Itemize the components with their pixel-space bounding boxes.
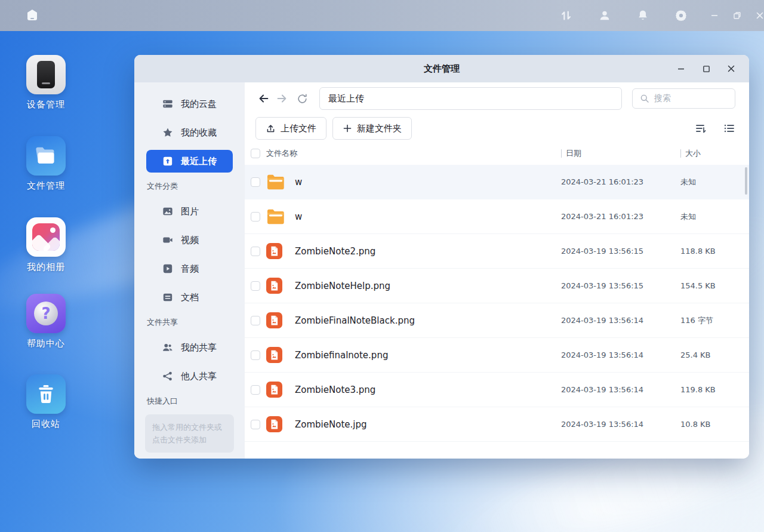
- sidebar-item-my-favorites[interactable]: 我的收藏: [134, 118, 245, 147]
- new-folder-button[interactable]: 新建文件夹: [332, 117, 412, 140]
- column-header-size[interactable]: 大小: [663, 148, 731, 159]
- window-close-icon[interactable]: [726, 64, 736, 73]
- file-date: 2024-03-21 16:01:23: [561, 212, 663, 221]
- back-icon[interactable]: [255, 90, 273, 107]
- desktop-app-recycle-bin[interactable]: 回收站: [23, 374, 69, 430]
- plus-icon: [343, 124, 352, 133]
- sidebar-item-label: 我的收藏: [181, 127, 217, 139]
- vertical-scrollbar[interactable]: [745, 167, 747, 195]
- row-checkbox[interactable]: [251, 177, 260, 187]
- help-center-icon: ?: [26, 294, 66, 333]
- file-list: w 2024-03-21 16:01:23 未知 w 2024-03-21 16…: [245, 165, 749, 459]
- column-header-date[interactable]: 日期: [561, 148, 663, 159]
- sidebar-item-pictures[interactable]: 图片: [134, 197, 245, 226]
- file-size: 154.5 KB: [663, 281, 731, 290]
- new-folder-label: 新建文件夹: [357, 123, 402, 134]
- row-checkbox[interactable]: [251, 281, 260, 291]
- file-size: 未知: [663, 177, 731, 187]
- settings-gear-icon[interactable]: [674, 9, 688, 22]
- search-placeholder: 搜索: [654, 93, 671, 104]
- file-date: 2024-03-19 13:56:15: [561, 281, 663, 290]
- system-restore-icon[interactable]: [733, 11, 741, 20]
- image-file-icon: [266, 312, 282, 328]
- file-name: ZombieNote.jpg: [292, 419, 561, 430]
- sidebar-item-audio[interactable]: 音频: [134, 254, 245, 283]
- file-name: w: [292, 177, 561, 187]
- sidebar-item-label: 图片: [181, 206, 199, 217]
- user-account-icon[interactable]: [598, 9, 611, 22]
- table-row[interactable]: ZombieFinalNoteBlack.png 2024-03-19 13:5…: [245, 303, 749, 338]
- desktop-app-device-management[interactable]: 设备管理: [23, 55, 69, 110]
- system-logo-icon[interactable]: [26, 9, 38, 22]
- table-row[interactable]: ZombieNote2.png 2024-03-19 13:56:15 118.…: [245, 234, 749, 269]
- row-checkbox[interactable]: [251, 350, 260, 360]
- window-titlebar[interactable]: 文件管理: [134, 55, 749, 82]
- window-minimize-icon[interactable]: [676, 64, 686, 73]
- row-checkbox[interactable]: [251, 247, 260, 256]
- sidebar-item-label: 我的共享: [181, 342, 217, 353]
- table-row[interactable]: ZombieNoteHelp.png 2024-03-19 13:56:15 1…: [245, 269, 749, 303]
- address-path-input[interactable]: 最近上传: [319, 87, 622, 110]
- list-view-icon[interactable]: [723, 122, 735, 134]
- cloud-drive-icon: [162, 99, 173, 109]
- row-checkbox[interactable]: [251, 212, 260, 222]
- quick-entry-dropzone[interactable]: 拖入常用的文件夹或 点击文件夹添加: [145, 414, 234, 453]
- sidebar-item-label: 他人共享: [181, 371, 217, 382]
- sidebar-item-documents[interactable]: 文档: [134, 283, 245, 312]
- refresh-icon[interactable]: [293, 90, 311, 107]
- image-file-icon: [266, 416, 282, 432]
- sidebar-item-label: 最近上传: [181, 156, 217, 167]
- sidebar-section-quick-entry: 快捷入口: [134, 390, 245, 412]
- desktop-app-label: 设备管理: [23, 99, 69, 110]
- desktop-app-help-center[interactable]: ? 帮助中心: [23, 294, 69, 349]
- file-name: w: [292, 211, 561, 222]
- table-header: 文件名称 日期 大小: [245, 142, 749, 165]
- file-name: ZombieNote2.png: [292, 246, 561, 257]
- table-row[interactable]: ZombieNote.jpg 2024-03-19 13:56:14 10.8 …: [245, 407, 749, 442]
- column-divider: [680, 149, 681, 158]
- desktop-app-label: 文件管理: [23, 180, 69, 192]
- table-row[interactable]: ZombieNote3.png 2024-03-19 13:56:14 119.…: [245, 373, 749, 407]
- sidebar: 我的云盘 我的收藏 最近上传 文件分类 图片: [134, 82, 245, 459]
- search-icon: [640, 94, 649, 103]
- sidebar-item-shared-by-others[interactable]: 他人共享: [134, 362, 245, 390]
- desktop-app-my-album[interactable]: 我的相册: [23, 217, 69, 273]
- window-title: 文件管理: [134, 63, 749, 75]
- file-date: 2024-03-21 16:01:23: [561, 177, 663, 186]
- transfer-tasks-icon[interactable]: [560, 9, 573, 22]
- navigation-row: 最近上传 搜索: [245, 82, 749, 115]
- image-file-icon: [266, 243, 282, 259]
- file-list-panel: 最近上传 搜索 上传文件 新建文件夹: [245, 82, 749, 459]
- system-minimize-icon[interactable]: [710, 11, 719, 20]
- file-size: 25.4 KB: [663, 350, 731, 359]
- sidebar-item-videos[interactable]: 视频: [134, 226, 245, 254]
- table-row[interactable]: w 2024-03-21 16:01:23 未知: [245, 199, 749, 234]
- select-all-checkbox[interactable]: [251, 149, 260, 158]
- row-checkbox[interactable]: [251, 420, 260, 429]
- sidebar-item-my-shares[interactable]: 我的共享: [134, 333, 245, 362]
- upload-icon: [266, 124, 276, 134]
- taskbar: [0, 0, 764, 31]
- row-checkbox[interactable]: [251, 316, 260, 325]
- sidebar-item-my-cloud-drive[interactable]: 我的云盘: [134, 90, 245, 118]
- search-input[interactable]: 搜索: [632, 88, 735, 109]
- sidebar-item-recent-uploads[interactable]: 最近上传: [146, 150, 233, 173]
- row-checkbox[interactable]: [251, 385, 260, 395]
- image-file-icon: [266, 278, 282, 294]
- notifications-bell-icon[interactable]: [636, 9, 649, 22]
- table-row[interactable]: w 2024-03-21 16:01:23 未知: [245, 165, 749, 199]
- video-camera-icon: [162, 235, 173, 245]
- column-header-name[interactable]: 文件名称: [266, 148, 561, 159]
- file-name: Zombiefinalnote.png: [292, 350, 561, 361]
- forward-icon[interactable]: [273, 90, 291, 107]
- upload-file-button[interactable]: 上传文件: [255, 117, 326, 140]
- table-row[interactable]: Zombiefinalnote.png 2024-03-19 13:56:14 …: [245, 338, 749, 373]
- desktop-app-file-manager[interactable]: 文件管理: [23, 136, 69, 192]
- file-date: 2024-03-19 13:56:14: [561, 420, 663, 429]
- system-close-icon[interactable]: [756, 11, 764, 20]
- upload-file-label: 上传文件: [281, 123, 316, 134]
- document-icon: [162, 292, 173, 303]
- sort-order-icon[interactable]: [695, 122, 707, 134]
- file-name: ZombieNote3.png: [292, 385, 561, 395]
- window-maximize-icon[interactable]: [701, 64, 711, 73]
